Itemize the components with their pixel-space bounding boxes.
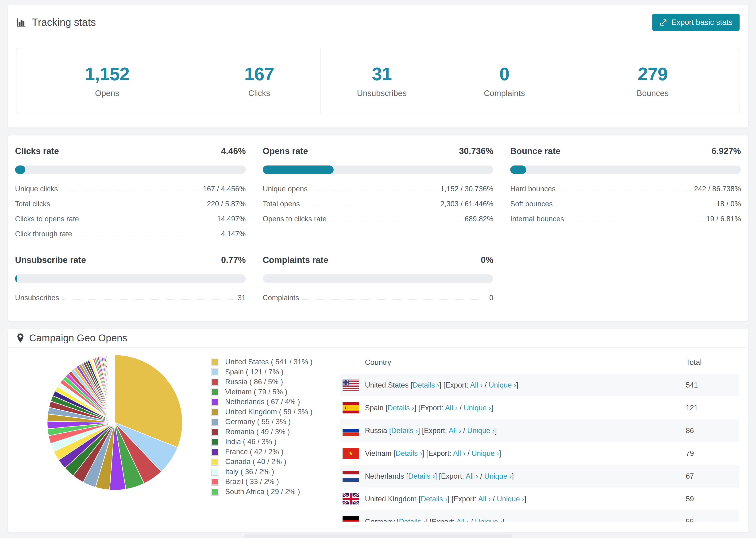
- vn-flag-icon: [343, 448, 365, 459]
- rate-detail-row: Soft bounces18 / 0%: [510, 200, 741, 208]
- dotted-leader: [330, 221, 461, 221]
- rate-detail-value: 0: [489, 294, 493, 302]
- rate-block-complaints-rate: Complaints rate0%Complaints0: [263, 255, 494, 302]
- country-column-header: Country: [365, 358, 686, 367]
- legend-label: United Kingdom ( 59 / 3% ): [225, 408, 312, 416]
- country-cell: Russia [Details ›] [Export: All › / Uniq…: [365, 426, 686, 435]
- rate-detail-row: Opens to clicks rate689.82%: [263, 215, 494, 223]
- es-flag-icon: [343, 402, 365, 413]
- legend-swatch: [211, 448, 219, 456]
- stat-label: Bounces: [637, 88, 669, 98]
- rate-detail-row: Click through rate4.147%: [15, 230, 246, 238]
- legend-item: Russia ( 86 / 5% ): [211, 377, 312, 387]
- stat-value: 1,152: [85, 63, 129, 85]
- rate-title: Opens rate: [263, 146, 308, 156]
- legend-swatch: [211, 428, 219, 436]
- export-all-link[interactable]: All ›: [470, 381, 482, 389]
- dotted-leader: [82, 221, 214, 221]
- export-all-link[interactable]: All ›: [449, 426, 461, 435]
- details-link[interactable]: Details ›: [391, 426, 418, 435]
- legend-swatch: [211, 358, 219, 366]
- dotted-leader: [75, 236, 218, 236]
- rate-detail-label: Click through rate: [15, 230, 72, 238]
- country-cell: United States [Details ›] [Export: All ›…: [365, 381, 686, 389]
- legend-swatch: [211, 408, 219, 416]
- dotted-leader: [311, 190, 437, 191]
- rate-detail-row: Unique clicks167 / 4.456%: [15, 185, 246, 193]
- export-all-link[interactable]: All ›: [457, 517, 469, 522]
- country-cell: United Kingdom [Details ›] [Export: All …: [365, 495, 686, 503]
- export-unique-link[interactable]: Unique ›: [475, 517, 503, 522]
- rate-value: 30.736%: [459, 146, 493, 156]
- legend-item: Netherlands ( 67 / 4% ): [211, 397, 312, 407]
- stat-value: 0: [499, 63, 509, 85]
- export-all-link[interactable]: All ›: [445, 404, 458, 412]
- progress-bar-fill: [263, 166, 334, 174]
- total-column-header: Total: [686, 358, 739, 367]
- export-unique-link[interactable]: Unique ›: [497, 495, 524, 503]
- table-row-us: United States [Details ›] [Export: All ›…: [340, 374, 739, 397]
- rate-detail-label: Hard bounces: [510, 185, 556, 193]
- progress-bar-fill: [15, 166, 26, 174]
- details-link[interactable]: Details ›: [421, 495, 448, 503]
- details-link[interactable]: Details ›: [413, 381, 440, 389]
- rate-detail-label: Clicks to opens rate: [15, 215, 79, 223]
- details-link[interactable]: Details ›: [388, 404, 414, 412]
- legend-swatch: [211, 458, 219, 466]
- legend-item: Vietnam ( 79 / 5% ): [211, 387, 312, 397]
- tracking-stats-header: Tracking stats Export basic stats: [8, 5, 748, 40]
- progress-bar: [263, 166, 494, 174]
- legend-swatch: [211, 378, 219, 386]
- rate-detail-row: Internal bounces19 / 6.81%: [510, 215, 741, 223]
- legend-label: Russia ( 86 / 5% ): [225, 378, 283, 386]
- export-all-link[interactable]: All ›: [465, 472, 478, 480]
- dotted-leader: [54, 206, 203, 206]
- total-cell: 121: [686, 404, 739, 412]
- legend-swatch: [211, 438, 219, 446]
- stat-value: 31: [372, 63, 392, 85]
- dotted-leader: [61, 190, 199, 191]
- geo-pie-chart: [45, 353, 184, 492]
- legend-label: Netherlands ( 67 / 4% ): [225, 398, 300, 406]
- export-unique-link[interactable]: Unique ›: [489, 381, 516, 389]
- country-cell: Germany [Details ›] [Export: All › / Uni…: [365, 517, 686, 522]
- legend-label: France ( 42 / 2% ): [225, 448, 283, 456]
- stat-label: Clicks: [248, 88, 270, 98]
- legend-item: Spain ( 121 / 7% ): [211, 367, 312, 377]
- details-link[interactable]: Details ›: [399, 517, 426, 522]
- legend-swatch: [211, 388, 219, 396]
- progress-bar-fill: [510, 166, 526, 174]
- export-unique-link[interactable]: Unique ›: [484, 472, 512, 480]
- legend-item: United States ( 541 / 31% ): [211, 357, 312, 367]
- dotted-leader: [303, 206, 437, 206]
- stat-value: 279: [638, 63, 668, 85]
- export-basic-stats-button[interactable]: Export basic stats: [652, 14, 739, 31]
- export-all-link[interactable]: All ›: [478, 495, 491, 503]
- rate-detail-row: Unique opens1,152 / 30.736%: [263, 185, 494, 193]
- export-all-link[interactable]: All ›: [453, 449, 465, 457]
- rate-detail-label: Complaints: [263, 294, 299, 302]
- legend-item: South Africa ( 29 / 2% ): [211, 487, 312, 497]
- legend-item: Canada ( 40 / 2% ): [211, 457, 312, 467]
- stat-value: 167: [244, 63, 274, 85]
- legend-swatch: [211, 488, 219, 496]
- rate-detail-row: Hard bounces242 / 86.738%: [510, 185, 741, 193]
- rate-block-bounce-rate: Bounce rate6.927%Hard bounces242 / 86.73…: [510, 146, 741, 238]
- rate-detail-value: 31: [238, 294, 245, 302]
- rate-detail-value: 689.82%: [465, 215, 493, 223]
- stat-complaints: 0Complaints: [443, 48, 566, 113]
- export-unique-link[interactable]: Unique ›: [467, 426, 495, 435]
- details-link[interactable]: Details ›: [408, 472, 435, 480]
- legend-label: United States ( 541 / 31% ): [225, 358, 312, 366]
- progress-bar: [263, 274, 494, 283]
- rate-detail-label: Total clicks: [15, 200, 50, 208]
- country-name: Vietnam: [365, 449, 394, 457]
- export-unique-link[interactable]: Unique ›: [464, 404, 491, 412]
- country-name: United Kingdom: [365, 495, 419, 503]
- country-name: Russia: [365, 426, 389, 435]
- dotted-leader: [567, 221, 703, 221]
- geo-table-header: Country Total: [340, 352, 739, 374]
- details-link[interactable]: Details ›: [396, 449, 422, 457]
- legend-label: Spain ( 121 / 7% ): [225, 368, 283, 376]
- export-unique-link[interactable]: Unique ›: [472, 449, 499, 457]
